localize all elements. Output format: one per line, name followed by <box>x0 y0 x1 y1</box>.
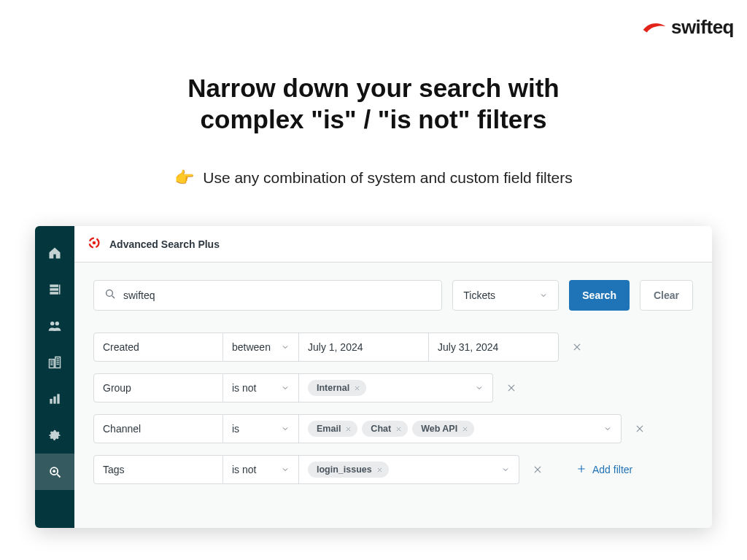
svg-point-7 <box>53 470 55 472</box>
filter-operator-select[interactable]: is <box>223 414 299 443</box>
filter-operator-label: is <box>232 423 239 435</box>
pill-label: Web API <box>421 424 457 434</box>
filter-field-select[interactable]: Created <box>93 332 223 362</box>
subline-text: Use any combination of system and custom… <box>203 169 573 187</box>
chevron-down-icon <box>475 384 484 392</box>
remove-filter-button[interactable] <box>506 383 516 393</box>
add-filter-button[interactable]: Add filter <box>576 464 632 476</box>
filter-field-select[interactable]: Group <box>93 373 223 402</box>
pill-label: Chat <box>371 424 391 434</box>
scope-label: Tickets <box>463 289 495 301</box>
chevron-down-icon <box>281 465 290 474</box>
svg-point-11 <box>107 290 113 297</box>
filter-field-select[interactable]: Tags <box>93 455 223 484</box>
sidebar-nav <box>35 226 74 528</box>
content-area: Tickets Search Clear Created between <box>74 262 712 502</box>
pill-container: login_issues <box>308 462 389 478</box>
filter-pill[interactable]: Web API <box>412 421 474 437</box>
sidebar-advanced-search[interactable] <box>35 454 74 490</box>
filter-pill[interactable]: Internal <box>308 380 366 396</box>
svg-rect-3 <box>50 399 52 404</box>
pill-remove-icon[interactable] <box>376 467 383 473</box>
plus-icon <box>576 464 587 476</box>
clear-button[interactable]: Clear <box>640 280 693 311</box>
pill-remove-icon[interactable] <box>395 426 402 432</box>
main-panel: Advanced Search Plus Tickets Search Clea… <box>74 226 712 528</box>
pill-label: Internal <box>317 383 349 393</box>
search-input[interactable] <box>123 289 431 301</box>
filter-operator-select[interactable]: is not <box>223 373 299 402</box>
filter-operator-label: is not <box>232 464 256 475</box>
filter-row-created: Created between July 1, 2024 July 31, 20… <box>93 332 693 362</box>
topbar: Advanced Search Plus <box>74 226 712 262</box>
filter-pill[interactable]: login_issues <box>308 462 389 478</box>
filter-field-label: Tags <box>103 464 125 475</box>
remove-filter-button[interactable] <box>533 464 543 475</box>
chevron-down-icon <box>281 384 290 392</box>
svg-point-1 <box>50 322 54 325</box>
date-to-value: July 31, 2024 <box>438 341 498 353</box>
svg-line-8 <box>57 474 60 477</box>
page-headline: Narrow down your search with complex "is… <box>0 73 747 135</box>
sidebar-settings[interactable] <box>35 417 74 454</box>
remove-filter-button[interactable] <box>635 424 645 434</box>
chevron-down-icon <box>281 343 290 351</box>
sidebar-users[interactable] <box>35 308 74 344</box>
svg-rect-5 <box>57 394 59 403</box>
svg-rect-0 <box>59 284 61 294</box>
sidebar-org[interactable] <box>35 344 74 381</box>
filter-date-from[interactable]: July 1, 2024 <box>299 332 429 362</box>
filter-operator-label: is not <box>232 382 256 394</box>
add-filter-label: Add filter <box>592 464 632 475</box>
chevron-down-icon <box>603 424 612 433</box>
filter-row-group: Group is not Internal <box>93 373 693 402</box>
search-row: Tickets Search Clear <box>93 280 693 311</box>
filter-value-select[interactable]: Internal <box>299 373 493 402</box>
filter-row-channel: Channel is Email Chat <box>93 414 693 443</box>
search-box[interactable] <box>93 280 442 311</box>
filter-field-select[interactable]: Channel <box>93 414 223 443</box>
chevron-down-icon <box>501 465 510 474</box>
filter-operator-label: between <box>232 341 271 353</box>
search-button[interactable]: Search <box>569 280 630 311</box>
filter-date-to[interactable]: July 31, 2024 <box>429 332 559 362</box>
pill-remove-icon[interactable] <box>345 426 352 432</box>
sidebar-reports[interactable] <box>35 381 74 417</box>
remove-filter-button[interactable] <box>572 342 582 352</box>
date-from-value: July 1, 2024 <box>308 341 363 353</box>
chevron-down-icon <box>539 291 548 300</box>
filter-pill[interactable]: Email <box>308 421 357 437</box>
app-brand-icon <box>86 235 102 254</box>
pill-label: Email <box>317 424 341 434</box>
pill-label: login_issues <box>317 464 372 475</box>
app-window: Advanced Search Plus Tickets Search Clea… <box>35 226 712 528</box>
page-subline: 👉 Use any combination of system and cust… <box>0 168 747 187</box>
svg-point-10 <box>93 241 96 244</box>
filter-pill[interactable]: Chat <box>362 421 408 437</box>
sidebar-tickets[interactable] <box>35 271 74 308</box>
filters-list: Created between July 1, 2024 July 31, 20… <box>93 332 693 484</box>
sidebar-home[interactable] <box>35 235 74 271</box>
filter-row-tags: Tags is not login_issues <box>93 455 693 484</box>
pill-remove-icon[interactable] <box>462 426 468 432</box>
filter-operator-select[interactable]: between <box>223 332 299 362</box>
pill-remove-icon[interactable] <box>354 385 360 392</box>
pill-container: Email Chat Web API <box>308 421 474 437</box>
headline-line-2: complex "is" / "is not" filters <box>0 104 747 136</box>
filter-value-select[interactable]: Email Chat Web API <box>299 414 622 443</box>
brand-swoosh-icon <box>642 18 667 38</box>
filter-field-label: Channel <box>103 423 141 435</box>
svg-point-2 <box>55 322 59 325</box>
app-title: Advanced Search Plus <box>109 238 220 250</box>
filter-value-select[interactable]: login_issues <box>299 455 519 484</box>
filter-operator-select[interactable]: is not <box>223 455 299 484</box>
scope-select[interactable]: Tickets <box>452 280 559 311</box>
headline-line-1: Narrow down your search with <box>0 73 747 104</box>
pointer-icon: 👉 <box>174 168 194 187</box>
filter-field-label: Created <box>103 341 139 353</box>
brand-logo: swifteq <box>642 16 734 39</box>
svg-rect-4 <box>53 397 55 404</box>
brand-name: swifteq <box>671 16 734 39</box>
filter-field-label: Group <box>103 382 131 394</box>
pill-container: Internal <box>308 380 366 396</box>
